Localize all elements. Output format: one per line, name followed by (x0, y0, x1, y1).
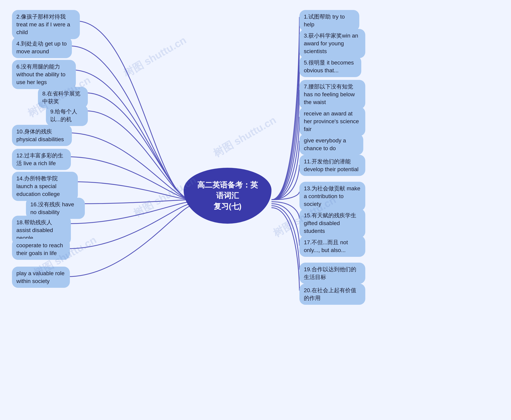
left-node-6: 10.身体的残疾 physical disabilities (12, 125, 72, 146)
left-node-12: play a valuable role within society (12, 267, 70, 288)
right-node-11: 19.合作以达到他们的生活目标 (299, 263, 365, 284)
right-node-1: 1.试图帮助 try to help (299, 10, 359, 31)
center-node: 高二英语备考：英语词汇 复习(七) (184, 168, 272, 224)
left-node-1: 2.像孩子那样对待我 treat me as if I were a child (12, 10, 80, 39)
right-node-2: 3.获小科学家奖win an award for young scientist… (299, 29, 365, 58)
left-node-8: 14.办所特教学院launch a special education coll… (12, 172, 78, 201)
right-node-12: 20.在社会上起有价值的作用 (299, 284, 365, 305)
watermark-3: 树图 shuttu.cn (211, 113, 279, 161)
right-node-8: 13.为社会做贡献 make a contribution to society (299, 182, 365, 211)
left-node-7: 12.过丰富多彩的生活 live a rich life (12, 149, 71, 170)
right-node-4: 7.腰部以下没有知觉has no feeling below the waist (299, 80, 365, 109)
mind-map: 高二英语备考：英语词汇 复习(七) 2.像孩子那样对待我 treat me as… (0, 0, 511, 420)
left-node-11: cooperate to reach their goals in life (12, 239, 70, 260)
right-node-3: 5.很明显 it becomes obvious that... (299, 56, 361, 77)
right-node-6: give everybody a chance to do (299, 134, 363, 155)
right-node-5: receive an award at her province's scien… (299, 107, 365, 136)
left-node-5: 9.给每个人以...的机 (46, 105, 88, 126)
right-node-10: 17.不但...而且 not only..., but also... (299, 236, 365, 257)
left-node-3: 6.没有用腿的能力without the ability to use her … (12, 60, 76, 89)
right-node-9: 15.有天赋的残疾学生 gifted disabled students (299, 209, 365, 238)
center-label: 高二英语备考：英语词汇 复习(七) (196, 180, 259, 212)
left-node-2: 4.到处走动 get up to move around (12, 37, 72, 58)
right-node-7: 11.开发他们的潜能 develop their potential (299, 155, 365, 176)
watermark-2: 树图 shuttu.cn (121, 33, 189, 81)
